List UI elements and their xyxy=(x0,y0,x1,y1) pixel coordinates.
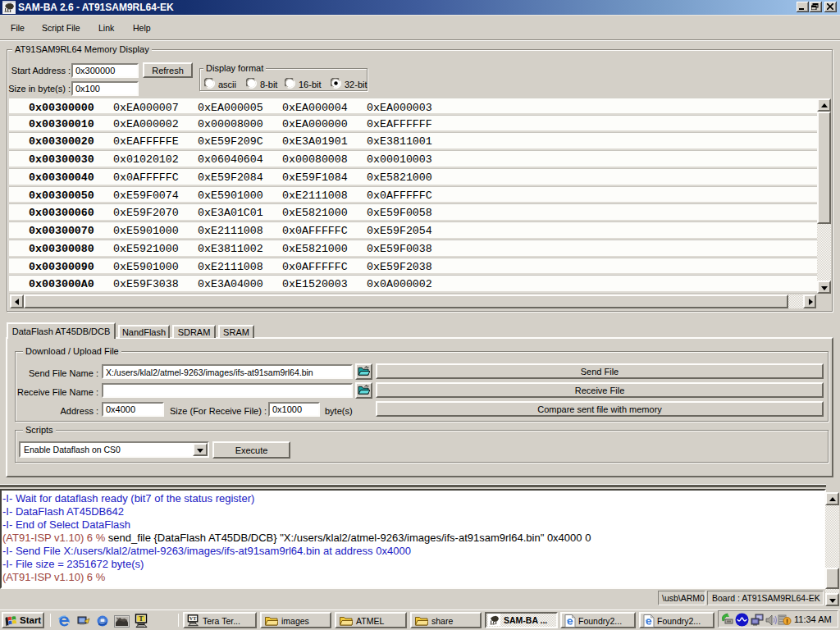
svg-text:VT: VT xyxy=(189,616,197,621)
svg-text:T: T xyxy=(139,615,144,623)
